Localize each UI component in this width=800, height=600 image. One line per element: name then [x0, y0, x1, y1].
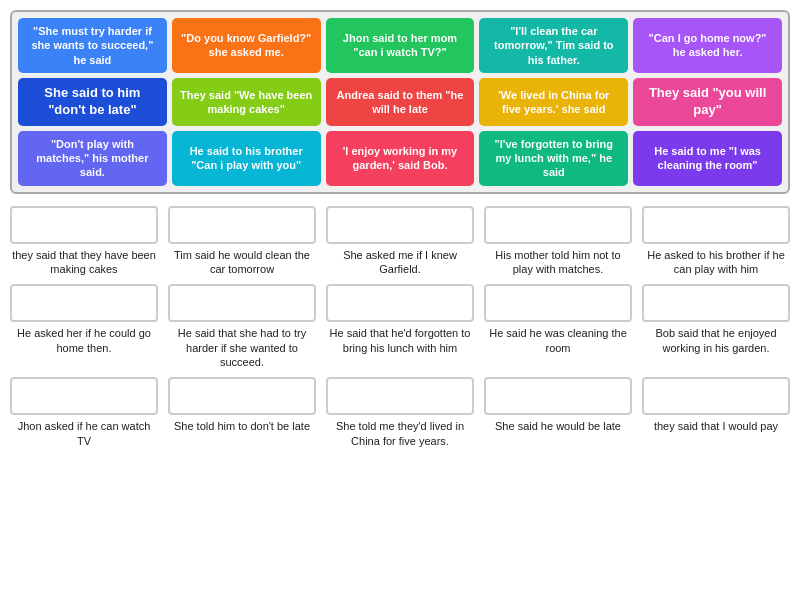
answer-item-1-2: He said that he'd forgotten to bring his… — [326, 284, 474, 369]
answer-label-1-3: He said he was cleaning the room — [484, 326, 632, 355]
answer-row-0: they said that they have been making cak… — [10, 206, 790, 277]
drop-box-0-0[interactable] — [10, 206, 158, 244]
answer-label-2-1: She told him to don't be late — [174, 419, 310, 433]
answer-row-2: Jhon asked if he can watch TVShe told hi… — [10, 377, 790, 448]
top-card-c13[interactable]: 'I enjoy working in my garden,' said Bob… — [326, 131, 475, 186]
top-card-c2[interactable]: "Do you know Garfield?" she asked me. — [172, 18, 321, 73]
top-card-c8[interactable]: Andrea said to them "he will he late — [326, 78, 475, 126]
answer-label-0-2: She asked me if I knew Garfield. — [326, 248, 474, 277]
answer-label-2-0: Jhon asked if he can watch TV — [10, 419, 158, 448]
answer-item-0-3: His mother told him not to play with mat… — [484, 206, 632, 277]
drop-box-0-1[interactable] — [168, 206, 316, 244]
drop-box-2-0[interactable] — [10, 377, 158, 415]
drop-box-1-0[interactable] — [10, 284, 158, 322]
answer-item-2-3: She said he would be late — [484, 377, 632, 448]
main-container: "She must try harder if she wants to suc… — [0, 0, 800, 466]
top-card-c15[interactable]: He said to me "I was cleaning the room" — [633, 131, 782, 186]
drop-box-2-4[interactable] — [642, 377, 790, 415]
drop-box-1-2[interactable] — [326, 284, 474, 322]
drop-box-2-3[interactable] — [484, 377, 632, 415]
answer-label-1-4: Bob said that he enjoyed working in his … — [642, 326, 790, 355]
answer-item-2-0: Jhon asked if he can watch TV — [10, 377, 158, 448]
answer-item-1-0: He asked her if he could go home then. — [10, 284, 158, 369]
drop-box-1-3[interactable] — [484, 284, 632, 322]
answer-item-2-1: She told him to don't be late — [168, 377, 316, 448]
answer-item-0-4: He asked to his brother if he can play w… — [642, 206, 790, 277]
answer-label-0-4: He asked to his brother if he can play w… — [642, 248, 790, 277]
answer-label-1-1: He said that she had to try harder if sh… — [168, 326, 316, 369]
drop-box-0-4[interactable] — [642, 206, 790, 244]
answer-label-0-0: they said that they have been making cak… — [10, 248, 158, 277]
top-card-c6[interactable]: She said to him "don't be late" — [18, 78, 167, 126]
answer-row-1: He asked her if he could go home then.He… — [10, 284, 790, 369]
top-card-c5[interactable]: "Can I go home now?" he asked her. — [633, 18, 782, 73]
answer-label-2-2: She told me they'd lived in China for fi… — [326, 419, 474, 448]
answer-item-0-1: Tim said he would clean the car tomorrow — [168, 206, 316, 277]
top-card-c10[interactable]: They said "you will pay" — [633, 78, 782, 126]
top-card-grid: "She must try harder if she wants to suc… — [10, 10, 790, 194]
top-card-c7[interactable]: They said "We have been making cakes" — [172, 78, 321, 126]
drop-box-1-4[interactable] — [642, 284, 790, 322]
answer-item-0-2: She asked me if I knew Garfield. — [326, 206, 474, 277]
top-card-c14[interactable]: "I've forgotten to bring my lunch with m… — [479, 131, 628, 186]
drop-box-0-3[interactable] — [484, 206, 632, 244]
answer-label-2-4: they said that I would pay — [654, 419, 778, 433]
top-card-c1[interactable]: "She must try harder if she wants to suc… — [18, 18, 167, 73]
answer-item-2-2: She told me they'd lived in China for fi… — [326, 377, 474, 448]
answer-item-2-4: they said that I would pay — [642, 377, 790, 448]
top-card-c4[interactable]: "I'll clean the car tomorrow," Tim said … — [479, 18, 628, 73]
top-card-c9[interactable]: 'We lived in China for five years.' she … — [479, 78, 628, 126]
answer-item-1-3: He said he was cleaning the room — [484, 284, 632, 369]
top-card-c11[interactable]: "Don't play with matches," his mother sa… — [18, 131, 167, 186]
top-card-c12[interactable]: He said to his brother "Can i play with … — [172, 131, 321, 186]
answer-label-0-3: His mother told him not to play with mat… — [484, 248, 632, 277]
answer-label-1-0: He asked her if he could go home then. — [10, 326, 158, 355]
drop-box-0-2[interactable] — [326, 206, 474, 244]
answer-item-1-1: He said that she had to try harder if sh… — [168, 284, 316, 369]
drop-box-2-1[interactable] — [168, 377, 316, 415]
answer-item-1-4: Bob said that he enjoyed working in his … — [642, 284, 790, 369]
answer-label-2-3: She said he would be late — [495, 419, 621, 433]
drop-box-1-1[interactable] — [168, 284, 316, 322]
answer-label-0-1: Tim said he would clean the car tomorrow — [168, 248, 316, 277]
drop-box-2-2[interactable] — [326, 377, 474, 415]
answer-item-0-0: they said that they have been making cak… — [10, 206, 158, 277]
top-card-c3[interactable]: Jhon said to her mom "can i watch TV?" — [326, 18, 475, 73]
answer-rows: they said that they have been making cak… — [10, 206, 790, 448]
answer-label-1-2: He said that he'd forgotten to bring his… — [326, 326, 474, 355]
